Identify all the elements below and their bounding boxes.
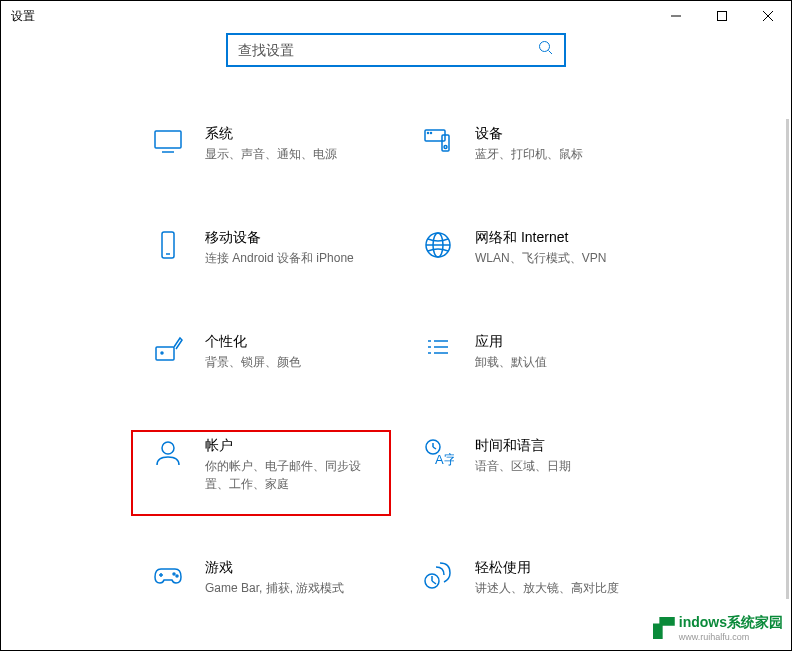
category-title: 系统 (205, 125, 337, 143)
devices-icon (419, 125, 457, 163)
category-subtitle: 连接 Android 设备和 iPhone (205, 249, 354, 267)
svg-line-37 (432, 581, 436, 584)
watermark-brand: indows系统家园 (679, 614, 783, 630)
svg-point-4 (540, 42, 550, 52)
category-title: 应用 (475, 333, 547, 351)
category-apps[interactable]: 应用 卸载、默认值 (411, 325, 651, 379)
apps-icon (419, 333, 457, 371)
category-devices[interactable]: 设备 蓝牙、打印机、鼠标 (411, 117, 651, 171)
personalization-icon (149, 333, 187, 371)
watermark-logo-icon (653, 617, 675, 639)
close-button[interactable] (745, 1, 791, 31)
category-title: 个性化 (205, 333, 301, 351)
ease-of-access-icon (419, 559, 457, 597)
svg-line-5 (549, 51, 553, 55)
svg-point-12 (444, 146, 447, 149)
category-subtitle: 你的帐户、电子邮件、同步设置、工作、家庭 (205, 457, 373, 493)
category-subtitle: 背景、锁屏、颜色 (205, 353, 301, 371)
category-title: 时间和语言 (475, 437, 571, 455)
category-title: 网络和 Internet (475, 229, 606, 247)
search-icon (538, 40, 554, 60)
system-icon (149, 125, 187, 163)
category-subtitle: WLAN、飞行模式、VPN (475, 249, 606, 267)
svg-point-32 (176, 575, 178, 577)
category-subtitle: 讲述人、放大镜、高对比度 (475, 579, 619, 597)
window-controls (653, 1, 791, 31)
svg-rect-6 (155, 131, 181, 148)
svg-rect-1 (718, 12, 727, 21)
category-subtitle: 语音、区域、日期 (475, 457, 571, 475)
category-title: 轻松使用 (475, 559, 619, 577)
category-gaming[interactable]: 游戏 Game Bar, 捕获, 游戏模式 (141, 551, 381, 605)
svg-point-26 (162, 442, 174, 454)
category-phone[interactable]: 移动设备 连接 Android 设备和 iPhone (141, 221, 381, 275)
time-language-icon: A字 (419, 437, 457, 475)
category-time-language[interactable]: A字 时间和语言 语音、区域、日期 (411, 429, 651, 501)
scrollbar[interactable] (786, 119, 789, 599)
category-network[interactable]: 网络和 Internet WLAN、飞行模式、VPN (411, 221, 651, 275)
svg-point-10 (431, 133, 432, 134)
category-title: 移动设备 (205, 229, 354, 247)
phone-icon (149, 229, 187, 267)
accounts-icon (149, 437, 187, 475)
category-subtitle: 显示、声音、通知、电源 (205, 145, 337, 163)
category-subtitle: 卸载、默认值 (475, 353, 547, 371)
svg-point-19 (161, 352, 163, 354)
svg-point-31 (173, 573, 175, 575)
category-ease-of-access[interactable]: 轻松使用 讲述人、放大镜、高对比度 (411, 551, 651, 605)
settings-grid: 系统 显示、声音、通知、电源 设备 蓝牙、打印机、鼠标 移动设备 连接 Andr… (1, 117, 791, 605)
search-box[interactable] (226, 33, 566, 67)
category-subtitle: 蓝牙、打印机、鼠标 (475, 145, 583, 163)
minimize-button[interactable] (653, 1, 699, 31)
maximize-button[interactable] (699, 1, 745, 31)
search-wrap (1, 33, 791, 67)
gaming-icon (149, 559, 187, 597)
category-title: 设备 (475, 125, 583, 143)
search-input[interactable] (238, 42, 554, 58)
category-accounts[interactable]: 帐户 你的帐户、电子邮件、同步设置、工作、家庭 (141, 429, 381, 501)
svg-text:A字: A字 (435, 452, 454, 467)
network-icon (419, 229, 457, 267)
category-system[interactable]: 系统 显示、声音、通知、电源 (141, 117, 381, 171)
window-title: 设置 (11, 8, 35, 25)
category-title: 帐户 (205, 437, 373, 455)
svg-line-29 (433, 447, 436, 449)
category-personalization[interactable]: 个性化 背景、锁屏、颜色 (141, 325, 381, 379)
watermark: indows系统家园 www.ruihalfu.com (653, 614, 783, 642)
category-subtitle: Game Bar, 捕获, 游戏模式 (205, 579, 344, 597)
svg-rect-18 (156, 347, 174, 360)
category-title: 游戏 (205, 559, 344, 577)
watermark-url: www.ruihalfu.com (679, 632, 783, 642)
svg-point-9 (428, 133, 429, 134)
